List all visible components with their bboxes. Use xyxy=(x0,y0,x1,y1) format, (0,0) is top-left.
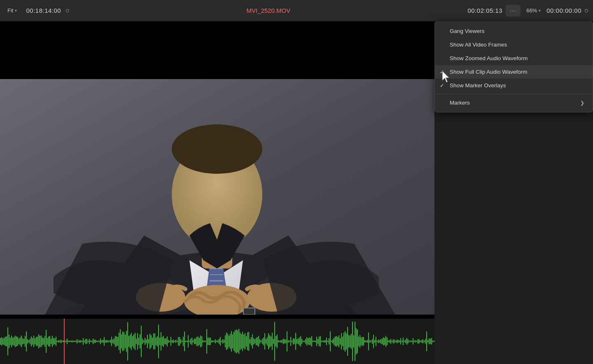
svg-rect-335 xyxy=(393,339,394,344)
svg-rect-199 xyxy=(225,335,226,347)
timecode-left: 00:18:14:00 xyxy=(26,7,61,14)
svg-rect-166 xyxy=(184,331,185,351)
svg-rect-83 xyxy=(82,341,82,342)
svg-rect-151 xyxy=(166,338,166,345)
svg-rect-39 xyxy=(27,339,28,343)
svg-rect-24 xyxy=(9,334,9,348)
svg-rect-330 xyxy=(387,337,388,345)
svg-rect-255 xyxy=(294,338,295,344)
svg-rect-40 xyxy=(28,340,29,343)
svg-rect-177 xyxy=(198,336,198,346)
svg-rect-167 xyxy=(185,341,186,342)
svg-rect-21 xyxy=(5,337,6,346)
svg-rect-322 xyxy=(377,341,378,342)
more-options-button[interactable]: ··· xyxy=(506,5,521,16)
svg-rect-146 xyxy=(159,338,160,345)
svg-rect-361 xyxy=(425,339,426,344)
svg-rect-316 xyxy=(369,340,370,343)
svg-rect-92 xyxy=(93,338,93,344)
menu-item-show-zoomed-audio-waveform[interactable]: Show Zoomed Audio Waveform xyxy=(435,51,593,65)
svg-rect-341 xyxy=(400,338,401,345)
svg-rect-138 xyxy=(149,334,150,349)
svg-rect-103 xyxy=(106,340,107,343)
svg-rect-62 xyxy=(56,337,56,346)
svg-rect-273 xyxy=(316,336,317,346)
svg-rect-240 xyxy=(275,336,276,347)
svg-rect-354 xyxy=(416,341,417,342)
svg-rect-195 xyxy=(220,337,221,345)
svg-rect-228 xyxy=(261,341,261,342)
svg-rect-285 xyxy=(331,341,332,342)
svg-rect-340 xyxy=(399,340,400,342)
svg-rect-61 xyxy=(54,338,55,344)
svg-rect-126 xyxy=(135,333,135,350)
svg-rect-70 xyxy=(65,341,66,342)
menu-item-show-full-clip-audio-waveform[interactable]: Show Full Clip Audio Waveform xyxy=(435,65,593,79)
svg-rect-304 xyxy=(355,322,355,361)
svg-rect-260 xyxy=(300,336,301,347)
svg-rect-237 xyxy=(272,333,273,350)
svg-rect-244 xyxy=(280,340,281,343)
svg-rect-345 xyxy=(405,339,406,343)
svg-rect-66 xyxy=(61,339,61,343)
svg-rect-45 xyxy=(35,338,35,344)
svg-rect-311 xyxy=(363,337,364,345)
svg-rect-217 xyxy=(247,332,248,350)
svg-rect-55 xyxy=(47,338,48,345)
svg-rect-115 xyxy=(121,334,122,348)
svg-rect-106 xyxy=(110,340,111,343)
toolbar: Fit ▾ 00:18:14:00 MVI_2520.MOV 00:02:05:… xyxy=(0,0,593,21)
svg-rect-271 xyxy=(314,341,315,342)
waveform-svg: // This won't run inline in SVG, so we'l… xyxy=(0,319,434,364)
waveform-playhead xyxy=(64,319,65,364)
svg-rect-181 xyxy=(203,340,203,343)
svg-rect-333 xyxy=(390,339,391,344)
svg-rect-241 xyxy=(277,334,278,348)
svg-rect-127 xyxy=(136,338,137,344)
menu-item-show-marker-overlays[interactable]: Show Marker Overlays xyxy=(435,79,593,92)
svg-rect-174 xyxy=(194,338,195,344)
svg-rect-107 xyxy=(111,337,112,346)
svg-rect-26 xyxy=(11,336,12,347)
svg-rect-36 xyxy=(23,339,24,344)
svg-rect-170 xyxy=(189,341,190,342)
svg-rect-291 xyxy=(339,335,339,348)
svg-rect-80 xyxy=(78,341,79,342)
zoom-dropdown[interactable]: 66% ▾ xyxy=(524,6,543,15)
menu-item-markers[interactable]: Markers ❯ xyxy=(435,96,593,110)
svg-rect-200 xyxy=(226,333,227,350)
svg-rect-215 xyxy=(245,333,245,350)
svg-rect-179 xyxy=(200,336,201,348)
svg-rect-355 xyxy=(418,339,418,344)
svg-rect-197 xyxy=(222,339,223,344)
svg-rect-63 xyxy=(57,341,58,342)
svg-rect-148 xyxy=(162,337,163,346)
svg-rect-145 xyxy=(158,324,159,358)
svg-rect-210 xyxy=(238,329,239,354)
svg-rect-223 xyxy=(254,339,255,344)
menu-item-show-all-video-frames[interactable]: Show All Video Frames xyxy=(435,38,593,51)
svg-rect-229 xyxy=(262,338,263,344)
svg-rect-185 xyxy=(208,338,208,345)
svg-rect-130 xyxy=(140,334,140,348)
svg-rect-186 xyxy=(209,337,210,345)
svg-rect-99 xyxy=(101,340,102,342)
svg-rect-276 xyxy=(320,336,321,347)
svg-rect-79 xyxy=(77,339,77,344)
svg-rect-98 xyxy=(100,338,101,344)
fit-dropdown[interactable]: Fit ▾ xyxy=(5,6,19,15)
svg-rect-37 xyxy=(25,336,26,347)
svg-rect-41 xyxy=(30,338,30,344)
svg-rect-54 xyxy=(46,330,47,353)
svg-rect-161 xyxy=(178,337,179,346)
svg-rect-278 xyxy=(322,341,323,342)
svg-rect-315 xyxy=(368,332,369,350)
timecode-dot-indicator xyxy=(66,9,69,12)
menu-item-gang-viewers[interactable]: Gang Viewers xyxy=(435,24,593,38)
svg-rect-81 xyxy=(79,340,80,343)
svg-rect-251 xyxy=(289,341,290,342)
svg-rect-220 xyxy=(251,337,252,345)
svg-rect-143 xyxy=(156,338,156,345)
svg-rect-212 xyxy=(241,334,242,349)
svg-rect-327 xyxy=(383,337,384,345)
